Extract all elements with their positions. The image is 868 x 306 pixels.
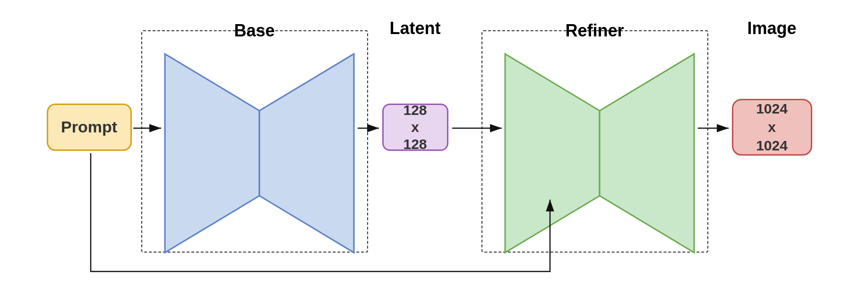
- refiner-dashed-box: Refiner: [481, 30, 708, 253]
- diagram: Base Refiner Latent Image Prompt 128x128…: [33, 16, 836, 290]
- latent-standalone-label: Latent: [378, 18, 453, 38]
- prompt-label: Prompt: [61, 118, 117, 136]
- image-box: 1024x1024: [732, 99, 812, 156]
- latent-box: 128x128: [382, 104, 448, 151]
- image-standalone-label: Image: [727, 18, 817, 38]
- base-label: Base: [234, 21, 275, 41]
- refiner-label: Refiner: [565, 21, 624, 41]
- prompt-box: Prompt: [47, 104, 132, 151]
- latent-size-label: 128x128: [403, 102, 427, 153]
- base-dashed-box: Base: [141, 30, 368, 253]
- image-size-label: 1024x1024: [756, 99, 788, 155]
